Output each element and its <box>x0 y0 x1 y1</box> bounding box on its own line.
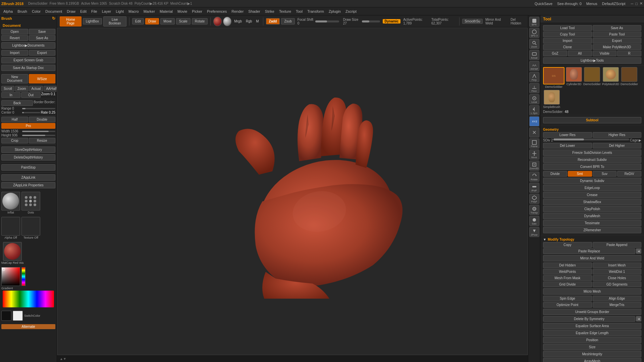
zoom-btn[interactable]: Zoom <box>15 86 29 92</box>
aahalf-btn-icon[interactable]: AA AAHalf <box>529 61 539 71</box>
import-btn[interactable]: Import <box>1 50 28 56</box>
save-btn[interactable]: Save <box>29 29 56 35</box>
background-color-swatch[interactable] <box>13 311 23 321</box>
lightbox-tab[interactable]: LightBox <box>83 18 102 24</box>
material-preview-icon[interactable] <box>213 17 222 26</box>
quick-save-btn[interactable]: QuickSave <box>533 1 554 6</box>
move-btn-icon[interactable]: Move <box>529 149 539 160</box>
menu-render[interactable]: Render <box>229 9 246 14</box>
shadow-box-btn[interactable]: ShadowBox <box>543 199 641 205</box>
foreground-color-swatch[interactable] <box>1 311 11 321</box>
xyz-btn[interactable]: XYZ <box>529 116 539 126</box>
load-tool-btn[interactable]: Load Tool <box>543 25 592 31</box>
del-higher-btn[interactable]: Del Higher <box>593 143 642 148</box>
pro-btn[interactable]: Pro <box>1 123 55 129</box>
nav-arrows[interactable]: ▲▼ <box>60 357 66 361</box>
default-zscript-btn[interactable]: DefaultZScript <box>600 1 628 6</box>
texture-off-preview[interactable]: Texture Off <box>21 217 40 239</box>
menu-brush[interactable]: Brush <box>15 9 29 14</box>
edge-loop-btn[interactable]: EdgeLoop <box>543 185 641 191</box>
half-btn[interactable]: Half <box>1 117 28 122</box>
dynamic-subdiv-btn[interactable]: Dynamic Subdiv <box>543 178 641 184</box>
demosoldier-thumb-main[interactable]: DS DemoSoldier <box>543 67 565 88</box>
menu-color[interactable]: Color <box>30 9 43 14</box>
menu-shader[interactable]: Shader <box>246 9 262 14</box>
menu-preferences[interactable]: Preferences <box>205 9 229 14</box>
color-picker[interactable] <box>1 267 20 286</box>
goz-btn[interactable]: GoZ <box>543 51 567 56</box>
gradient-preview[interactable] <box>3 291 54 307</box>
dyna-mesh-btn[interactable]: DynaMesh <box>543 213 641 219</box>
menus-btn[interactable]: Menus <box>584 1 599 6</box>
draw-size-slider[interactable] <box>362 20 380 22</box>
menu-movie[interactable]: Movie <box>175 9 189 14</box>
insert-mesh-btn[interactable]: Insert Mesh <box>593 262 642 268</box>
perp-btn[interactable]: Perp <box>529 72 539 82</box>
frame-btn[interactable]: Frame <box>529 138 539 148</box>
zoom-btn-icon[interactable]: Zoom <box>529 39 539 49</box>
menu-picker[interactable]: Picker <box>190 9 204 14</box>
menu-document[interactable]: Document <box>43 9 64 14</box>
range-bar[interactable] <box>22 108 55 109</box>
rediv-btn[interactable]: ReDiV <box>617 171 641 177</box>
width-bar[interactable] <box>22 131 55 132</box>
lower-res-btn[interactable]: Lower Res <box>543 132 592 138</box>
higher-res-btn[interactable]: Higher Res <box>593 132 642 138</box>
menu-light[interactable]: Light <box>114 9 126 14</box>
equalize-surface-btn[interactable]: Equalize Surface Area <box>543 323 641 329</box>
mesh-integrity-btn[interactable]: MeshIntegrity <box>543 351 641 357</box>
reconstruct-subdiv-btn[interactable]: Reconstruct Subdiv <box>543 157 641 163</box>
weld-points-btn[interactable]: WeldPoints <box>543 269 592 275</box>
r-btn[interactable]: R <box>617 51 641 56</box>
transp-btn[interactable]: Transp <box>529 205 539 215</box>
polymesh-thumb[interactable]: PolyMesh3D <box>602 67 619 88</box>
all-btn[interactable]: All <box>568 51 592 56</box>
demosoldier-thumb2[interactable]: DemoSoldier <box>583 67 601 88</box>
crop-btn[interactable]: Crop <box>1 138 28 143</box>
actual-btn-icon[interactable]: Actual <box>529 50 539 60</box>
resize-btn[interactable]: Resize <box>29 138 56 143</box>
demosoldier-thumb3[interactable]: DemoSoldier <box>621 67 638 88</box>
clay-polish-btn[interactable]: ClayPolish <box>543 206 641 212</box>
gd-segments-btn[interactable]: GD Segments <box>593 282 642 287</box>
grid-divide-btn[interactable]: Grid Divide <box>543 282 592 287</box>
crease-btn[interactable]: Crease <box>543 192 641 198</box>
menu-layer[interactable]: Layer <box>100 9 113 14</box>
new-document-btn[interactable]: New Document <box>1 74 28 83</box>
wsize-btn[interactable]: WSize <box>29 74 56 83</box>
sdiv-slider[interactable] <box>553 138 629 140</box>
bpr-btn[interactable]: BPR <box>529 17 539 27</box>
scroll-btn[interactable]: Scroll <box>1 86 14 92</box>
store-depth-btn[interactable]: StoreDepthHistory <box>1 146 55 153</box>
close-btn[interactable]: ✕ <box>640 1 643 6</box>
minimize-btn[interactable]: ─ <box>631 2 634 6</box>
divide-btn[interactable]: Divide <box>543 171 567 177</box>
smt-btn[interactable]: Smt <box>568 171 592 177</box>
lsym-btn[interactable]: L.Sym <box>529 105 539 115</box>
menu-tool[interactable]: Tool <box>294 9 305 14</box>
del-lower-btn[interactable]: Del Lower <box>543 143 592 148</box>
menu-texture[interactable]: Texture <box>277 9 293 14</box>
actual-btn[interactable]: Actual <box>29 86 43 92</box>
optimize-point-btn[interactable]: Optimize Point <box>543 302 592 308</box>
lightbox-tools-btn[interactable]: Lightbox▶Tools <box>543 57 641 64</box>
copy-tool-btn[interactable]: Copy Tool <box>543 32 592 37</box>
save-startup-btn[interactable]: Save As Startup Doc <box>1 65 55 71</box>
unweld-groups-btn[interactable]: Unweld Groups Border <box>543 309 641 315</box>
mrgb-btn[interactable]: Mrgb <box>234 19 242 23</box>
center-bar[interactable] <box>22 112 40 113</box>
height-bar[interactable] <box>22 135 55 136</box>
micro-mesh-btn[interactable]: Micro Mesh <box>543 288 641 295</box>
zoom-in-btn[interactable]: In <box>1 92 20 98</box>
menu-file[interactable]: File <box>89 9 99 14</box>
m-btn[interactable]: M <box>256 19 259 23</box>
tessimate-btn[interactable]: Tessimate <box>543 220 641 226</box>
zoom-out-btn[interactable]: Out <box>21 92 40 98</box>
menu-strike[interactable]: Strike <box>263 9 276 14</box>
zapp-link-btn[interactable]: ZAppLink <box>1 174 55 181</box>
smoothsub-btn[interactable]: SmoothSu <box>462 19 483 24</box>
position-btn[interactable]: Position <box>543 337 641 343</box>
ipolf-btn[interactable]: IPolF <box>529 183 539 193</box>
import-tool-btn[interactable]: Import <box>543 38 592 44</box>
mesh-from-mask-btn[interactable]: Mesh From Mask <box>543 275 592 281</box>
